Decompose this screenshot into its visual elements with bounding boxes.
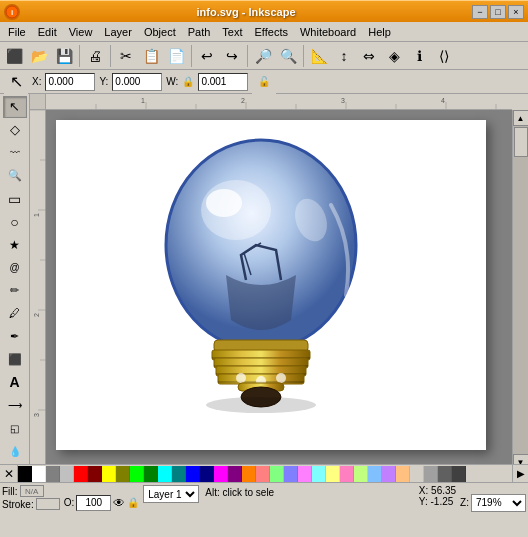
stroke-swatch[interactable] — [36, 498, 60, 510]
color-preview: Fill: N/A Stroke: — [2, 485, 60, 520]
stroke-value — [0, 0, 528, 537]
status-bar: Fill: N/A Stroke: O: 👁 🔒 Layer 1 Alt: cl… — [0, 482, 528, 522]
